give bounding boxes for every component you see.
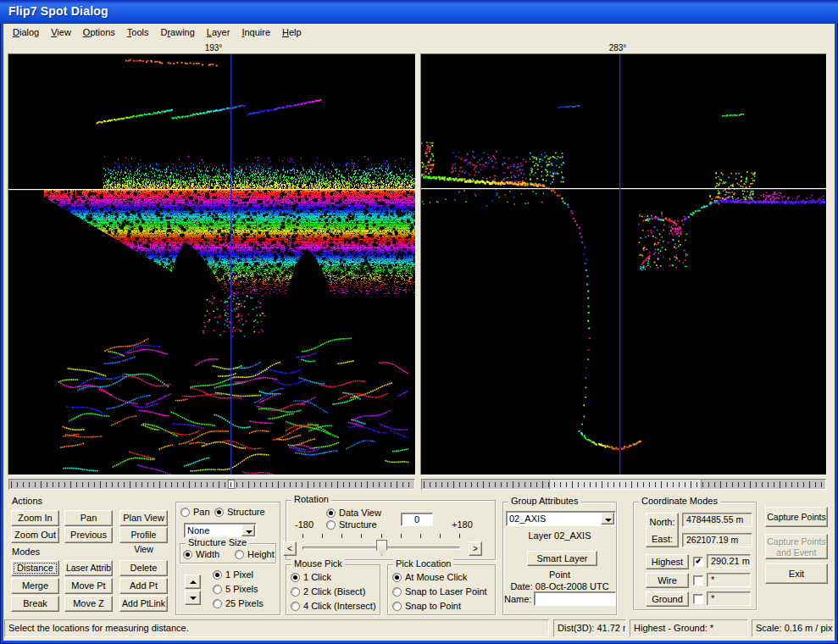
menu-view[interactable]: View bbox=[45, 25, 77, 39]
structure-dropdown[interactable]: None bbox=[184, 523, 257, 538]
menu-options[interactable]: Options bbox=[77, 25, 121, 39]
menu-help[interactable]: Help bbox=[276, 25, 308, 39]
capture-points-event-button[interactable]: Capture Points and Event bbox=[765, 534, 828, 559]
wire-button[interactable]: Wire bbox=[646, 573, 689, 588]
title-bar[interactable]: Flip7 Spot Dialog bbox=[0, 0, 838, 24]
exit-button[interactable]: Exit bbox=[765, 564, 828, 584]
two-click-radio-circle bbox=[291, 587, 300, 597]
point-type-label: Point bbox=[502, 569, 617, 580]
left-view-slider[interactable] bbox=[8, 479, 415, 490]
pixel-25-radio[interactable]: 25 Pixels bbox=[213, 598, 264, 608]
window-title: Flip7 Spot Dialog bbox=[0, 0, 838, 23]
structure-radio-label: Structure bbox=[227, 507, 265, 517]
right-profile-viewport[interactable] bbox=[420, 53, 827, 475]
menu-inquire[interactable]: Inquire bbox=[236, 25, 276, 39]
snap-point-radio[interactable]: Snap to Point bbox=[392, 601, 461, 611]
menu-bar: Dialog View Options Tools Drawing Layer … bbox=[3, 24, 835, 41]
zoom-in-button[interactable]: Zoom In bbox=[11, 510, 59, 526]
layer-name-label: Layer 02_AXIS bbox=[502, 530, 617, 541]
height-radio[interactable]: Height bbox=[235, 549, 275, 559]
pixel-5-radio-label: 5 Pixels bbox=[225, 584, 258, 594]
rotation-max-label: +180 bbox=[452, 519, 473, 530]
ground-checkbox[interactable] bbox=[693, 594, 703, 604]
move-z-mode-button[interactable]: Move Z bbox=[64, 596, 113, 612]
left-slider-ticks-major bbox=[11, 481, 413, 488]
at-mouse-click-radio[interactable]: At Mouse Click bbox=[392, 572, 467, 582]
four-click-radio-label: 4 Click (Intersect) bbox=[303, 601, 376, 611]
break-mode-button[interactable]: Break bbox=[11, 596, 59, 612]
previous-button[interactable]: Previous bbox=[64, 527, 113, 543]
plan-view-button[interactable]: Plan View bbox=[119, 510, 168, 526]
move-pt-mode-button[interactable]: Move Pt bbox=[64, 578, 113, 594]
height-radio-circle bbox=[235, 550, 244, 559]
rotation-step-left-button[interactable]: < bbox=[283, 541, 297, 556]
left-profile-viewport[interactable] bbox=[8, 53, 416, 475]
one-click-radio-circle bbox=[291, 573, 300, 582]
distance-mode-button[interactable]: Distance bbox=[11, 560, 59, 576]
size-spin-down-button[interactable] bbox=[185, 591, 201, 605]
ground-value-field: * bbox=[707, 591, 751, 606]
menu-dialog[interactable]: Dialog bbox=[7, 25, 45, 39]
smart-layer-button[interactable]: Smart Layer bbox=[527, 551, 597, 566]
add-ptlink-mode-button[interactable]: Add PtLink bbox=[119, 596, 168, 612]
width-radio[interactable]: Width bbox=[183, 549, 219, 559]
name-input[interactable] bbox=[534, 591, 616, 606]
left-point-cloud-canvas[interactable] bbox=[8, 54, 415, 475]
wire-value-field: * bbox=[707, 573, 751, 587]
data-view-radio-label: Data View bbox=[339, 508, 381, 518]
menu-tools[interactable]: Tools bbox=[121, 25, 155, 39]
rotation-step-right-button[interactable]: > bbox=[469, 541, 482, 556]
size-spin-up-button[interactable] bbox=[185, 575, 201, 589]
structure-radio[interactable]: Structure bbox=[214, 507, 265, 517]
pan-button[interactable]: Pan bbox=[64, 510, 113, 526]
status-highest-ground: Highest - Ground: * bbox=[630, 619, 748, 637]
pixel-1-radio[interactable]: 1 Pixel bbox=[213, 569, 253, 580]
arrow-up-icon bbox=[190, 580, 197, 584]
width-radio-label: Width bbox=[196, 549, 219, 559]
two-click-radio-label: 2 Click (Bisect) bbox=[303, 586, 365, 597]
four-click-radio[interactable]: 4 Click (Intersect) bbox=[291, 601, 376, 611]
menu-layer[interactable]: Layer bbox=[201, 25, 236, 39]
rotation-value-input[interactable]: 0 bbox=[401, 513, 433, 526]
ground-button[interactable]: Ground bbox=[646, 591, 689, 607]
wire-checkbox[interactable] bbox=[693, 575, 703, 586]
rotation-min-label: -180 bbox=[295, 519, 314, 530]
one-click-radio[interactable]: 1 Click bbox=[291, 572, 331, 582]
layer-dropdown[interactable]: 02_AXIS bbox=[506, 511, 616, 526]
layer-dropdown-value: 02_AXIS bbox=[509, 514, 546, 524]
layer-dropdown-button[interactable] bbox=[601, 513, 614, 525]
chevron-down-icon bbox=[246, 530, 253, 534]
snap-laser-point-radio-label: Snap to Laser Point bbox=[405, 586, 487, 597]
menu-drawing[interactable]: Drawing bbox=[154, 25, 200, 39]
merge-mode-button[interactable]: Merge bbox=[11, 578, 59, 594]
status-scale: Scale: 0.16 m / pix bbox=[752, 619, 834, 637]
profile-view-button[interactable]: Profile View bbox=[119, 527, 168, 543]
pan-radio[interactable]: Pan bbox=[180, 507, 210, 517]
rotation-structure-radio[interactable]: Structure bbox=[326, 519, 377, 530]
capture-points-button[interactable]: Capture Points bbox=[765, 507, 828, 527]
pan-radio-label: Pan bbox=[193, 507, 210, 517]
snap-laser-point-radio-circle bbox=[392, 587, 402, 597]
chevron-down-icon bbox=[605, 519, 612, 522]
laser-attrib-mode-button[interactable]: Laser Attrib bbox=[64, 560, 113, 576]
right-point-cloud-canvas[interactable] bbox=[421, 54, 826, 475]
structure-dropdown-button[interactable] bbox=[241, 525, 255, 536]
data-view-radio[interactable]: Data View bbox=[326, 508, 381, 518]
north-east-button[interactable]: North: East: bbox=[646, 513, 679, 547]
four-click-radio-circle bbox=[291, 602, 300, 611]
rotation-slider-ticks bbox=[302, 534, 460, 538]
pixel-5-radio[interactable]: 5 Pixels bbox=[213, 584, 258, 594]
two-click-radio[interactable]: 2 Click (Bisect) bbox=[291, 586, 365, 597]
right-view-slider[interactable] bbox=[421, 479, 826, 490]
data-view-radio-circle bbox=[326, 508, 336, 518]
north-value-field: 4784485.55 m bbox=[682, 513, 752, 527]
delete-mode-button[interactable]: Delete bbox=[119, 560, 168, 576]
highest-button[interactable]: Highest bbox=[646, 554, 689, 569]
snap-point-radio-circle bbox=[392, 602, 402, 611]
highest-checkbox[interactable] bbox=[693, 557, 703, 567]
status-dist3d: Dist(3D): 41.72 m bbox=[553, 619, 626, 637]
add-pt-mode-button[interactable]: Add Pt bbox=[119, 578, 168, 594]
zoom-out-button[interactable]: Zoom Out bbox=[11, 527, 59, 543]
snap-laser-point-radio[interactable]: Snap to Laser Point bbox=[392, 586, 487, 597]
snap-point-radio-label: Snap to Point bbox=[405, 601, 461, 611]
